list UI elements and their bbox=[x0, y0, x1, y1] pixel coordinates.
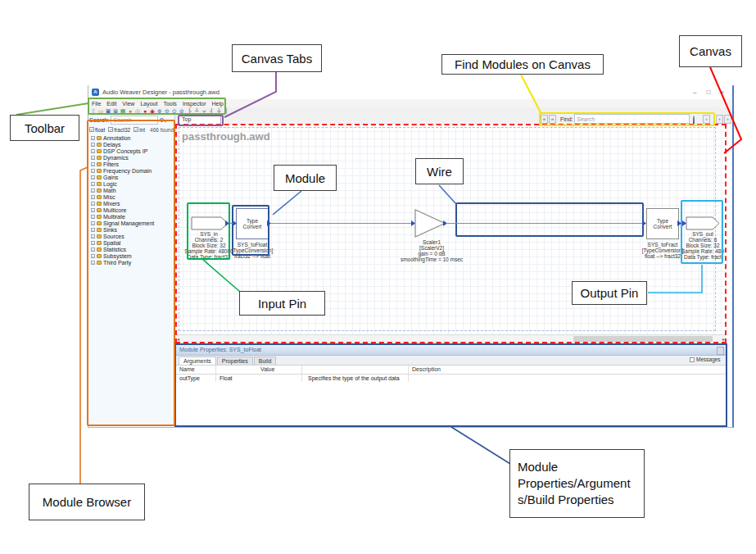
toolbar-highlight bbox=[88, 98, 226, 115]
callout-output-pin: Output Pin bbox=[572, 281, 647, 305]
callout-canvas: Canvas bbox=[679, 35, 742, 67]
column-divider bbox=[215, 366, 216, 382]
messages-toggle[interactable]: Messages bbox=[690, 356, 721, 362]
callout-canvas-tabs: Canvas Tabs bbox=[232, 44, 322, 72]
messages-label: Messages bbox=[696, 356, 721, 362]
column-divider bbox=[301, 366, 302, 382]
maximize-button[interactable]: □ bbox=[706, 89, 710, 96]
tab-scroll-left-button[interactable]: ‹ bbox=[716, 115, 723, 124]
callout-module: Module bbox=[274, 165, 337, 191]
tab-arguments[interactable]: Arguments bbox=[179, 356, 216, 365]
column-header-description: Description bbox=[412, 366, 441, 372]
canvas-tab-highlight bbox=[178, 115, 224, 126]
callout-module-browser: Module Browser bbox=[29, 484, 145, 520]
column-divider bbox=[408, 366, 409, 382]
text-line: s/Build Properties bbox=[518, 492, 614, 508]
wire-highlight bbox=[455, 202, 644, 237]
minimize-button[interactable]: – bbox=[693, 89, 696, 96]
window-controls: –□× bbox=[663, 85, 732, 98]
annotated-screenshot: A Audio Weaver Designer - passthrough.aw… bbox=[0, 0, 756, 554]
tab-build[interactable]: Build bbox=[254, 356, 277, 365]
property-description-cell: Specifies the type of the output data bbox=[308, 375, 400, 381]
property-name-cell[interactable]: outType bbox=[179, 375, 200, 381]
callout-find-modules: Find Modules on Canvas bbox=[441, 54, 604, 75]
close-button[interactable]: × bbox=[720, 89, 724, 96]
callout-toolbar: Toolbar bbox=[10, 115, 79, 141]
table-header-divider bbox=[176, 374, 726, 375]
app-logo-icon: A bbox=[92, 89, 99, 96]
properties-tab-row: ArgumentsPropertiesBuild bbox=[176, 356, 726, 366]
callout-wire: Wire bbox=[415, 158, 464, 184]
property-value-cell[interactable]: Float bbox=[220, 375, 233, 381]
properties-header: Module Properties: SYS_toFloat bbox=[176, 345, 726, 356]
leader-toolbar bbox=[16, 103, 88, 115]
leader-module-properties bbox=[451, 427, 510, 464]
text-line: Module bbox=[518, 459, 558, 475]
output-pin-highlight bbox=[681, 200, 723, 264]
properties-panel-button[interactable] bbox=[717, 347, 724, 355]
column-header-value: Value bbox=[260, 366, 274, 372]
module-browser-highlight bbox=[87, 120, 175, 426]
find-bar-highlight bbox=[539, 112, 715, 126]
messages-checkbox-icon[interactable] bbox=[690, 357, 695, 362]
module-highlight bbox=[232, 205, 269, 256]
text-line: Properties/Argument bbox=[518, 475, 631, 492]
column-header-name: Name bbox=[179, 366, 195, 372]
tab-properties[interactable]: Properties bbox=[217, 356, 253, 365]
callout-module-properties: ModuleProperties/Arguments/Build Propert… bbox=[509, 449, 645, 518]
callout-input-pin: Input Pin bbox=[239, 291, 325, 316]
input-pin-highlight bbox=[187, 202, 230, 260]
tab-scroll-right-button[interactable]: › bbox=[724, 115, 731, 124]
window-title: Audio Weaver Designer - passthrough.awd bbox=[102, 89, 220, 96]
